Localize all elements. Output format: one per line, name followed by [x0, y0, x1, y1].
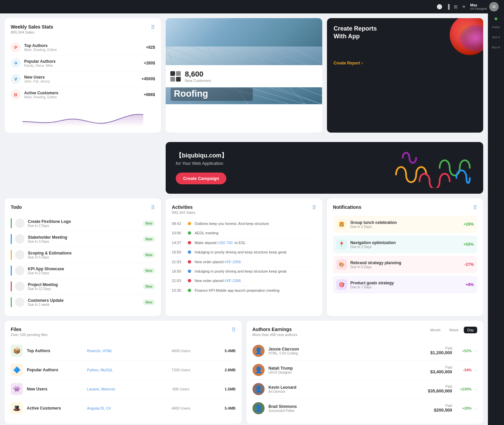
side-item-2[interactable]: Get H	[489, 34, 503, 41]
file-name: Top Authors	[27, 348, 83, 353]
create-campaign-button[interactable]: Create Campaign	[176, 173, 226, 184]
side-panel: Prebu Get H Buy N	[488, 13, 504, 425]
reports-card: Create Reports With App Create Report ›	[327, 18, 483, 133]
roofing-label: New Customers	[185, 79, 211, 83]
activity-row: 16:50 Indulging in poorly driving and ke…	[172, 248, 316, 257]
author-info: New Users John, Pat, Jimmy	[24, 75, 138, 83]
svg-text:Roofing: Roofing	[174, 89, 208, 99]
file-row: 🎩 Active Customers AngularJS, C# 4600 Us…	[11, 399, 236, 418]
notification-icon: 📍	[336, 239, 347, 250]
activity-row: 10:00 AEOL meeting	[172, 229, 316, 238]
side-item-1[interactable]: Prebu	[489, 23, 503, 31]
activity-link[interactable]: USD 700.	[218, 241, 234, 245]
files-options[interactable]: ⠿	[232, 327, 236, 337]
activities-list: 08:42 Outlines keep you honest. And keep…	[172, 219, 316, 295]
todo-priority-dot	[11, 234, 12, 244]
files-card: Files Over 100 pending files ⠿ 📦 Top Aut…	[5, 321, 242, 424]
reports-title: Create Reports With App	[334, 25, 477, 41]
notification-info: Rebrand strategy planning Due In 5 Days	[350, 261, 461, 269]
activity-time: 16:50	[172, 250, 184, 254]
notification-item: 📍 Navigation optimization Due In 2 Days …	[333, 236, 477, 253]
activity-link[interactable]: #XF-2356.	[225, 260, 242, 264]
author-info: Top Authors Mark, Rowling, Esther	[24, 43, 143, 52]
earnings-author-name: Brad Simmons	[269, 404, 430, 409]
author-icon: B	[11, 90, 21, 100]
todo-badge: New	[143, 236, 155, 242]
activity-text: Indulging in poorly driving and keep str…	[194, 269, 316, 274]
earnings-author-name: Kevin Leonard	[269, 385, 424, 390]
weekly-options[interactable]: ⠿	[151, 24, 155, 31]
activity-dot	[188, 289, 191, 292]
notification-item: 🎨 Rebrand strategy planning Due In 5 Day…	[333, 256, 477, 273]
notification-info: Navigation optimization Due In 2 Days	[350, 240, 460, 249]
activities-options[interactable]: ⠿	[312, 204, 316, 215]
avatar[interactable]: M	[489, 2, 499, 11]
todo-item-name: Project Meeting	[28, 282, 139, 287]
file-users: 7200 Users	[159, 368, 204, 372]
file-users: 890 Users	[159, 387, 204, 391]
weekly-subtitle: 890,344 Sales	[11, 30, 53, 34]
earnings-arrow-icon[interactable]: ›	[475, 386, 477, 392]
roofing-card: Roofing 8,600 New Customers	[166, 18, 322, 133]
todo-item: Customers Update Due In 1 week New	[11, 294, 155, 310]
files-list: 📦 Top Authors ReactJs, HTML 4600 Users 5…	[11, 341, 236, 418]
todo-info: Customers Update Due In 1 week	[28, 298, 139, 306]
earnings-author-role: Successful Fellas	[269, 409, 430, 413]
todo-badge: New	[143, 299, 155, 305]
notifications-list: 🍔 Group lunch celebration Due In 2 Days …	[333, 216, 477, 293]
tab-week[interactable]: Week	[446, 327, 462, 333]
author-names: Mark, Rowling, Esther	[24, 95, 141, 99]
file-row: 📦 Top Authors ReactJs, HTML 4600 Users 5…	[11, 341, 236, 361]
tab-day[interactable]: Day	[464, 327, 477, 333]
earnings-info: Brad Simmons Successful Fellas	[269, 404, 430, 413]
user-role: UX Designer	[470, 7, 487, 10]
earnings-arrow-icon[interactable]: ›	[475, 406, 477, 411]
todo-title: Todo	[11, 204, 22, 210]
todo-due-date: Due In 3 Days	[28, 240, 139, 243]
files-title: Files	[11, 327, 48, 332]
search-icon[interactable]: ⚪	[437, 4, 442, 9]
earnings-info: Natali Trump UI/UX Designer	[269, 366, 427, 374]
notifications-options[interactable]: ⠿	[473, 204, 477, 211]
activity-link[interactable]: #XF-2356.	[225, 279, 242, 283]
file-tech: AngularJS, C#	[87, 406, 155, 410]
author-name: New Users	[24, 75, 138, 80]
earnings-arrow-icon[interactable]: ›	[475, 367, 477, 373]
campaign-brand: 【biqubiqu.com】	[176, 151, 227, 159]
earnings-avatar: 👤	[253, 364, 265, 376]
earnings-amount: $3,400,000	[430, 369, 452, 374]
author-icon: V	[11, 74, 21, 84]
earnings-percentage: +230%	[456, 387, 471, 391]
todo-item: KPI App Showcase Due In 2 Days New	[11, 263, 155, 279]
side-item-3[interactable]: Buy N	[489, 44, 503, 51]
author-names: Randy, Steve, Mike	[24, 64, 141, 67]
todo-due-date: Due In 1 week	[28, 303, 139, 306]
tab-month[interactable]: Month	[427, 327, 444, 333]
activity-time: 14:37	[172, 241, 184, 245]
campaign-decoration	[389, 142, 477, 194]
todo-info: Project Meeting Due In 12 Days	[28, 282, 139, 291]
file-row: 👾 New Users Laravel, Metronic 890 Users …	[11, 380, 236, 399]
todo-priority-dot	[11, 218, 12, 228]
todo-badge: New	[143, 284, 155, 289]
notification-name: Group lunch celebration	[350, 220, 460, 225]
earnings-arrow-icon[interactable]: ›	[475, 348, 477, 353]
todo-options[interactable]: ⠿	[151, 204, 155, 211]
activities-subtitle: 890,344 Sales	[172, 210, 195, 215]
earnings-info: Kevin Leonard Art Director	[269, 385, 424, 393]
file-users: 4600 Users	[159, 406, 204, 410]
todo-due-date: Due In 5 Days	[28, 255, 139, 259]
earnings-avatar: 👤	[253, 402, 265, 414]
user-info: Max UX Designer M	[470, 2, 499, 11]
activity-text: Finance KPI Mobile app launch preperatio…	[194, 288, 316, 293]
create-report-link[interactable]: Create Report ›	[334, 61, 477, 65]
file-icon: 🎩	[11, 402, 23, 414]
todo-item: Stakeholder Meeting Due In 3 Days New	[11, 231, 155, 247]
todo-due-date: Due In 2 Days	[28, 224, 139, 228]
activity-dot	[188, 231, 191, 235]
activity-dot	[188, 279, 191, 282]
activity-time: 08:42	[172, 222, 184, 226]
earnings-row: 👤 Jessie Clarcson HTML, CSS Coding Paid …	[253, 341, 478, 361]
todo-badge: New	[143, 221, 155, 226]
roofing-image: Roofing	[166, 18, 322, 65]
